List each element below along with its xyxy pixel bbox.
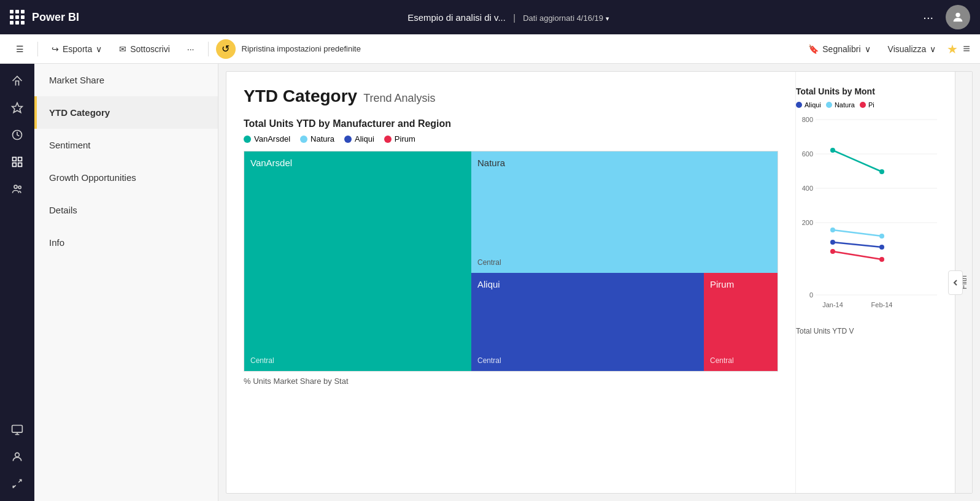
legend-dot-natura xyxy=(300,136,307,143)
update-info: Dati aggiornati 4/16/19 xyxy=(523,13,603,23)
sidebar-label-growth-opportunities: Growth Opportunities xyxy=(49,172,136,183)
reset-label: Ripristina impostazioni predefinite xyxy=(242,44,361,53)
treemap-right: Natura Central Aliqui Central Pirum Ce xyxy=(471,151,777,371)
view-label: Visualizza xyxy=(888,44,927,54)
treemap-natura-label: Natura xyxy=(477,158,771,168)
user-avatar[interactable] xyxy=(946,5,970,29)
right-legend: Aliqui Natura Pi xyxy=(796,101,945,109)
sidebar-label-details: Details xyxy=(49,205,77,215)
legend-label-pirum: Pirum xyxy=(395,134,415,143)
toolbar-divider-2 xyxy=(208,42,209,56)
treemap-cell-natura[interactable]: Natura Central xyxy=(471,151,777,273)
treemap-pirum-label: Pirum xyxy=(710,279,771,289)
right-legend-natura: Natura xyxy=(826,101,855,109)
sidebar-item-ytd-category[interactable]: YTD Category xyxy=(34,96,218,129)
svg-point-28 xyxy=(879,234,884,239)
toolbar-more-button[interactable]: ··· xyxy=(181,40,201,58)
bottom-hint: % Units Market Share by Stat xyxy=(244,377,778,386)
svg-rect-6 xyxy=(18,163,22,167)
export-icon: ↪ xyxy=(52,44,59,54)
legend-dot-vanarsdel xyxy=(244,136,251,143)
treemap-cell-aliqui[interactable]: Aliqui Central xyxy=(471,273,704,371)
chart-legend: VanArsdel Natura Aliqui Pirum xyxy=(244,134,778,143)
doc-name: Esempio di analisi di v... xyxy=(407,12,506,23)
svg-text:0: 0 xyxy=(809,291,813,299)
reset-button[interactable]: ↺ xyxy=(216,39,236,59)
treemap-pirum-sublabel: Central xyxy=(710,356,771,365)
svg-point-8 xyxy=(18,186,21,188)
treemap-cell-pirum[interactable]: Pirum Central xyxy=(704,273,777,371)
list-view-button[interactable]: ≡ xyxy=(963,42,970,56)
title-chevron[interactable]: ▾ xyxy=(606,15,609,22)
nav-expand[interactable] xyxy=(5,472,29,496)
sidebar: Market Share YTD Category Sentiment Grow… xyxy=(34,64,218,501)
line-chart: 800 600 400 200 0 xyxy=(796,113,945,322)
reset-icon: ↺ xyxy=(222,43,230,55)
report-canvas: YTD Category Trend Analysis Total Units … xyxy=(226,71,973,494)
right-legend-dot-pi xyxy=(860,102,866,108)
hamburger-menu[interactable]: ☰ xyxy=(10,40,30,58)
nav-apps[interactable] xyxy=(5,150,29,174)
grid-icon[interactable] xyxy=(10,10,25,25)
treemap-aliqui-label: Aliqui xyxy=(477,279,698,289)
toolbar: ☰ ↪ Esporta ∨ ✉ Sottoscrivi ··· ↺ Ripris… xyxy=(0,34,980,64)
nav-recent[interactable] xyxy=(5,123,29,147)
svg-text:Jan-14: Jan-14 xyxy=(822,301,843,308)
nav-home[interactable] xyxy=(5,69,29,93)
toolbar-center: ↺ Ripristina impostazioni predefinite xyxy=(216,39,361,59)
right-legend-label-aliqui: Aliqui xyxy=(804,101,821,109)
view-button[interactable]: Visualizza ∨ xyxy=(882,40,943,58)
topbar: Power BI Esempio di analisi di v... | Da… xyxy=(0,0,980,34)
svg-point-25 xyxy=(830,148,835,153)
sidebar-item-sentiment[interactable]: Sentiment xyxy=(34,129,218,161)
treemap-cell-vanarsdel[interactable]: VanArsdel Central xyxy=(244,151,471,371)
svg-text:Feb-14: Feb-14 xyxy=(871,301,893,308)
sidebar-item-info[interactable]: Info xyxy=(34,226,218,259)
legend-label-natura: Natura xyxy=(311,134,334,143)
right-bottom-hint: Total Units YTD V xyxy=(796,327,945,335)
subscribe-button[interactable]: ✉ Sottoscrivi xyxy=(113,40,176,58)
right-legend-label-natura: Natura xyxy=(835,101,855,109)
export-label: Esporta xyxy=(63,44,92,54)
svg-text:200: 200 xyxy=(802,219,813,226)
topbar-more-button[interactable]: ··· xyxy=(923,10,933,25)
bookmark-button[interactable]: 🔖 Segnalibri ∨ xyxy=(802,40,876,58)
svg-point-31 xyxy=(830,249,835,254)
svg-point-30 xyxy=(879,245,884,250)
sidebar-item-market-share[interactable]: Market Share xyxy=(34,64,218,96)
content-area: YTD Category Trend Analysis Total Units … xyxy=(218,64,980,501)
favorite-star[interactable]: ★ xyxy=(947,42,958,56)
treemap-aliqui-sublabel: Central xyxy=(477,356,698,365)
right-legend-label-pi: Pi xyxy=(868,101,874,109)
nav-bottom xyxy=(5,418,29,501)
legend-dot-aliqui xyxy=(344,136,352,143)
left-nav xyxy=(0,64,34,501)
legend-vanarsdel: VanArsdel xyxy=(244,134,290,143)
nav-workspaces[interactable] xyxy=(5,418,29,442)
report-main: YTD Category Trend Analysis Total Units … xyxy=(226,72,795,493)
report-title: YTD Category xyxy=(244,86,357,106)
svg-rect-4 xyxy=(18,158,22,161)
export-button[interactable]: ↪ Esporta ∨ xyxy=(45,40,108,58)
right-panel: Total Units by Mont Aliqui Natura Pi xyxy=(795,72,955,493)
toolbar-right: 🔖 Segnalibri ∨ Visualizza ∨ ★ ≡ xyxy=(802,40,970,58)
nav-favorites[interactable] xyxy=(5,96,29,120)
legend-natura: Natura xyxy=(300,134,334,143)
view-chevron: ∨ xyxy=(930,44,936,54)
treemap[interactable]: VanArsdel Central Natura Central xyxy=(244,151,778,372)
svg-text:800: 800 xyxy=(802,116,813,123)
toolbar-divider-1 xyxy=(37,42,38,56)
bookmark-icon: 🔖 xyxy=(808,44,819,54)
right-legend-pi: Pi xyxy=(860,101,874,109)
treemap-vanarsdel-label: VanArsdel xyxy=(250,158,465,168)
sidebar-item-growth-opportunities[interactable]: Growth Opportunities xyxy=(34,161,218,194)
svg-rect-5 xyxy=(13,163,17,167)
bookmark-label: Segnalibri xyxy=(822,44,860,54)
nav-account[interactable] xyxy=(5,445,29,469)
nav-shared[interactable] xyxy=(5,177,29,201)
collapse-button[interactable] xyxy=(948,270,963,295)
svg-rect-9 xyxy=(12,426,23,433)
sidebar-item-details[interactable]: Details xyxy=(34,194,218,226)
sidebar-label-sentiment: Sentiment xyxy=(49,140,91,150)
svg-point-27 xyxy=(830,228,835,232)
